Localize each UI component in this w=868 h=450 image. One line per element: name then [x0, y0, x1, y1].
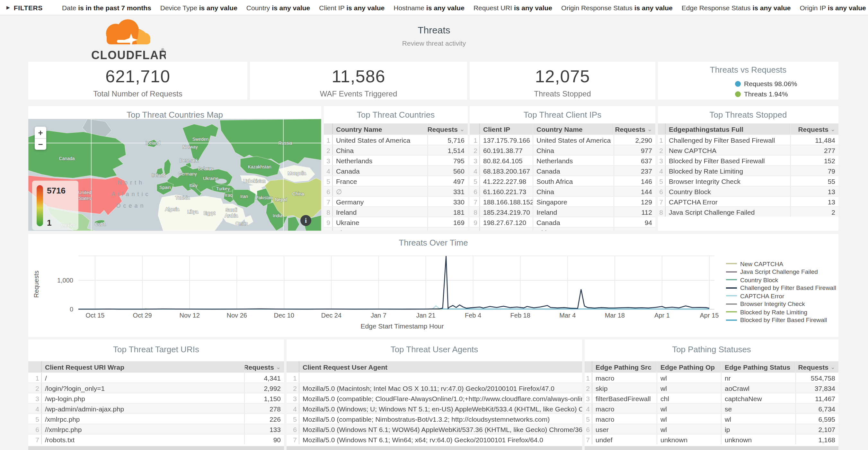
column-header-requests[interactable]: Requests⌄	[614, 123, 655, 134]
filter-item-device-type[interactable]: Device Type is any value	[160, 3, 238, 11]
table-row[interactable]: 468.183.200.167Canada237	[470, 165, 655, 176]
table-row[interactable]: 7Germany330	[324, 196, 468, 206]
table-row[interactable]: 260.191.38.77China977	[470, 145, 655, 155]
table-row[interactable]: 4macrowlse6,734	[585, 403, 838, 413]
filter-item-origin-ip[interactable]: Origin IP is any value	[800, 3, 866, 11]
column-header-edge-pathing-status[interactable]: Edge Pathing Status	[721, 361, 796, 372]
table-row[interactable]: 9198.27.67.120Canada94	[470, 217, 655, 227]
table-row[interactable]: 1137.175.79.166United States of America2…	[470, 134, 655, 145]
table-row[interactable]: 7CAPTCHA Error13	[658, 196, 838, 206]
table-row[interactable]: 541.222.227.98South Africa146	[470, 176, 655, 186]
table-row[interactable]: 10Singapore159	[324, 227, 468, 231]
filters-toggle[interactable]: FILTERS	[14, 3, 43, 11]
table-row[interactable]: 2Mozilla/5.0 (Macintosh; Intel Mac OS X …	[286, 383, 582, 393]
table-row[interactable]: 7188.166.188.152Singapore129	[470, 196, 655, 206]
cell: 68.183.200.167	[480, 166, 533, 176]
table-row[interactable]: 5France497	[324, 176, 468, 186]
horizontal-scrollbar[interactable]	[28, 446, 284, 450]
table-row[interactable]: 8Ireland181	[324, 206, 468, 217]
table-row[interactable]: 1United States of America5,716	[324, 134, 468, 145]
table-row[interactable]: 3Mozilla/5.0 (compatible; CloudFlare-Alw…	[286, 393, 582, 403]
table-row[interactable]: 1061.160.247.127China88	[470, 227, 655, 231]
table-row[interactable]: 3/wp-login.php1,150	[28, 393, 284, 403]
column-header-edgepathingstatus-full[interactable]: Edgepathingstatus Full	[665, 123, 790, 134]
column-header-requests[interactable]: Requests⌄	[790, 123, 838, 134]
map-label: Kazakhstan	[248, 164, 271, 170]
filters-expand-caret-icon[interactable]: ▶	[6, 5, 10, 10]
threats-over-time-chart[interactable]: 01,000Oct 15Oct 29Nov 12Nov 26Dec 10Dec …	[28, 234, 838, 337]
chart-legend-item[interactable]: Java Script Challenge Failed	[726, 268, 836, 276]
column-header-requests[interactable]: Requests⌄	[796, 361, 838, 372]
cell: Blocked by Rate Limiting	[665, 166, 790, 176]
map-label: Iceland	[146, 141, 160, 146]
table-row[interactable]: 3Netherlands795	[324, 155, 468, 165]
table-header: Client Request User Agent	[286, 361, 582, 372]
cell: China	[533, 228, 614, 231]
filter-item-origin-response-status[interactable]: Origin Response Status is any value	[561, 3, 673, 11]
table-row[interactable]: 8185.234.219.70Ireland112	[470, 206, 655, 217]
chart-legend-item[interactable]: New CAPTCHA	[726, 260, 836, 268]
column-header-edge-pathing-op[interactable]: Edge Pathing Op	[657, 361, 721, 372]
table-row[interactable]: 4/wp-admin/admin-ajax.php278	[28, 403, 284, 413]
table-row[interactable]: 1Challenged by Filter Based Firewall11,4…	[658, 134, 838, 145]
table-row[interactable]: 4Canada560	[324, 165, 468, 176]
horizontal-scrollbar[interactable]	[585, 446, 838, 450]
table-row[interactable]: 6Mozilla/5.0 (Windows NT 6.1; WOW64) App…	[286, 424, 582, 434]
table-row[interactable]: 380.82.64.105Netherlands637	[470, 155, 655, 165]
table-row[interactable]: 1macrowlnr554,758	[585, 372, 838, 383]
filter-item-client-ip[interactable]: Client IP is any value	[319, 3, 384, 11]
filter-item-country[interactable]: Country is any value	[246, 3, 310, 11]
horizontal-scrollbar[interactable]	[286, 446, 582, 450]
column-header-client-request-user-agent[interactable]: Client Request User Agent	[300, 361, 582, 372]
table-row[interactable]: 2skipwlaoCrawl37,834	[585, 383, 838, 393]
table-row[interactable]: 6Country Block13	[658, 186, 838, 196]
table-row[interactable]: 1	[286, 372, 582, 383]
svg-text:North: North	[118, 179, 145, 186]
table-row[interactable]: 3Blocked by Filter Based Firewall152	[658, 155, 838, 165]
filter-item-hostname[interactable]: Hostname is any value	[394, 3, 465, 11]
row-number: 3	[585, 393, 592, 403]
chart-legend-item[interactable]: CAPTCHA Error	[726, 292, 836, 300]
chart-legend-item[interactable]: Browser Integrity Check	[726, 300, 836, 308]
column-header-client-ip[interactable]: Client IP	[480, 123, 533, 134]
column-header-edge-pathing-src[interactable]: Edge Pathing Src	[592, 361, 657, 372]
chart-legend-item[interactable]: Blocked by Rate Limiting	[726, 308, 836, 316]
chart-legend-item[interactable]: Blocked by Filter Based Firewall	[726, 316, 836, 324]
table-row[interactable]: 7Mozilla/5.0 (Windows NT 6.1; Win64; x64…	[286, 434, 582, 444]
table-row[interactable]: 6∅331	[324, 186, 468, 196]
column-header-country-name[interactable]: Country Name	[333, 123, 427, 134]
table-row[interactable]: 5Mozilla/5.0 (compatible; Nimbostratus-B…	[286, 413, 582, 424]
table-row[interactable]: 5macrowlwl6,595	[585, 413, 838, 424]
table-row[interactable]: 8Java Script Challenge Failed2	[658, 206, 838, 217]
stat-card-waf-events: 11,586 WAF Events Triggered	[250, 62, 467, 100]
world-map[interactable]: North Atlantic Ocean CanadaUnitedStatesM…	[28, 119, 321, 231]
chart-legend-item[interactable]: Country Block	[726, 276, 836, 284]
filter-item-date[interactable]: Date is in the past 7 months	[62, 3, 151, 11]
table-row[interactable]: 5Browser Integrity Check55	[658, 176, 838, 186]
table-row[interactable]: 7undefunknownunknown1,168	[585, 434, 838, 444]
table-row[interactable]: 6userwlip2,107	[585, 424, 838, 434]
table-row[interactable]: 4Blocked by Rate Limiting79	[658, 165, 838, 176]
table-row[interactable]: 1/4,341	[28, 372, 284, 383]
table-row[interactable]: 6//xmlrpc.php133	[28, 424, 284, 434]
map-zoom-out-button[interactable]: −	[35, 138, 46, 150]
filter-item-edge-response-status[interactable]: Edge Response Status is any value	[682, 3, 791, 11]
column-header-country-name[interactable]: Country Name	[533, 123, 614, 134]
table-row[interactable]: 7/robots.txt90	[28, 434, 284, 444]
column-header-client-request-uri-wrap[interactable]: Client Request URI Wrap	[42, 361, 244, 372]
table-row[interactable]: 661.160.221.73China144	[470, 186, 655, 196]
table-row[interactable]: 4Mozilla/5.0 (Windows; U; Windows NT 5.1…	[286, 403, 582, 413]
map-info-button[interactable]: i	[300, 215, 311, 226]
column-header-requests[interactable]: Requests⌄	[244, 361, 284, 372]
table-row[interactable]: 2New CAPTCHA277	[658, 145, 838, 155]
table-row[interactable]: 3filterBasedFirewallchlcaptchaNew11,467	[585, 393, 838, 403]
column-header-requests[interactable]: Requests⌄	[427, 123, 468, 134]
table-row[interactable]: 2China1,514	[324, 145, 468, 155]
chart-legend: New CAPTCHAJava Script Challenge FailedC…	[726, 260, 836, 324]
table-row[interactable]: 9Ukraine169	[324, 217, 468, 227]
map-zoom-in-button[interactable]: +	[35, 127, 46, 138]
table-row[interactable]: 5/xmlrpc.php226	[28, 413, 284, 424]
table-row[interactable]: 2/login/?login_only=12,992	[28, 383, 284, 393]
chart-legend-item[interactable]: Challenged by Filter Based Firewall	[726, 284, 836, 292]
filter-item-request-uri[interactable]: Request URI is any value	[473, 3, 552, 11]
